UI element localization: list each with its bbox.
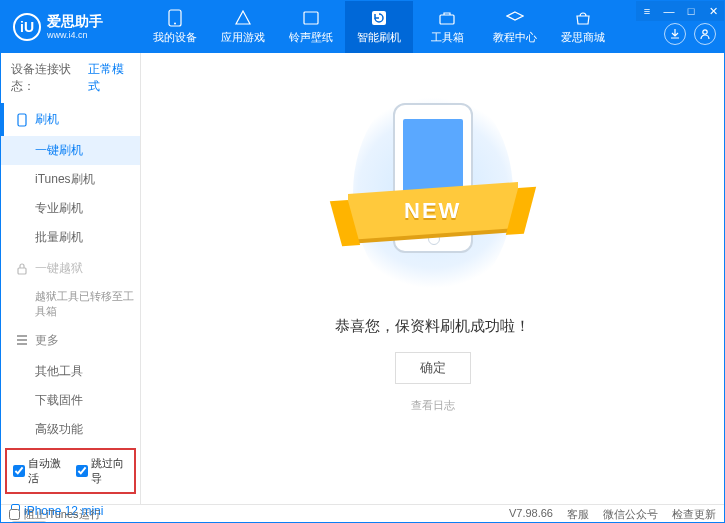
svg-rect-2: [304, 12, 318, 24]
nav-ringtones[interactable]: 铃声壁纸: [277, 1, 345, 53]
svg-point-5: [703, 30, 707, 34]
options-row: 自动激活 跳过向导: [5, 448, 136, 494]
nav-flash[interactable]: 智能刷机: [345, 1, 413, 53]
jailbreak-note: 越狱工具已转移至工具箱: [35, 285, 140, 324]
main-content: NEW 恭喜您，保资料刷机成功啦！ 确定 查看日志: [141, 53, 724, 504]
nav-my-device[interactable]: 我的设备: [141, 1, 209, 53]
main-nav: 我的设备 应用游戏 铃声壁纸 智能刷机 工具箱 教程中心 爱思商城: [141, 1, 617, 53]
nav-toolbox[interactable]: 工具箱: [413, 1, 481, 53]
ok-button[interactable]: 确定: [395, 352, 471, 384]
wechat-link[interactable]: 微信公众号: [603, 507, 658, 522]
apps-icon: [234, 9, 252, 27]
connection-status: 设备连接状态： 正常模式: [1, 53, 140, 103]
update-link[interactable]: 检查更新: [672, 507, 716, 522]
skip-guide-checkbox[interactable]: 跳过向导: [76, 456, 129, 486]
sub-pro-flash[interactable]: 专业刷机: [35, 194, 140, 223]
sub-itunes-flash[interactable]: iTunes刷机: [35, 165, 140, 194]
block-itunes-checkbox[interactable]: 阻止iTunes运行: [9, 507, 101, 522]
sidebar: 设备连接状态： 正常模式 刷机 一键刷机 iTunes刷机 专业刷机 批量刷机 …: [1, 53, 141, 504]
auto-activate-checkbox[interactable]: 自动激活: [13, 456, 66, 486]
phone-icon: [166, 9, 184, 27]
store-icon: [574, 9, 592, 27]
close-button[interactable]: ✕: [702, 1, 724, 21]
menu-icon[interactable]: ≡: [636, 1, 658, 21]
nav-store[interactable]: 爱思商城: [549, 1, 617, 53]
phone-small-icon: [15, 113, 29, 127]
nav-apps[interactable]: 应用游戏: [209, 1, 277, 53]
menu-jailbreak[interactable]: 一键越狱: [1, 252, 140, 285]
svg-rect-4: [440, 15, 454, 24]
app-url: www.i4.cn: [47, 30, 103, 40]
logo-icon: iU: [13, 13, 41, 41]
success-illustration: NEW: [363, 93, 503, 293]
window-controls: ≡ — □ ✕: [636, 1, 724, 21]
toolbox-icon: [438, 9, 456, 27]
service-link[interactable]: 客服: [567, 507, 589, 522]
success-message: 恭喜您，保资料刷机成功啦！: [335, 317, 530, 336]
refresh-icon: [370, 9, 388, 27]
sub-advanced[interactable]: 高级功能: [35, 415, 140, 444]
download-button[interactable]: [664, 23, 686, 45]
view-log-link[interactable]: 查看日志: [411, 398, 455, 413]
sub-download-firmware[interactable]: 下载固件: [35, 386, 140, 415]
app-name: 爱思助手: [47, 14, 103, 29]
user-button[interactable]: [694, 23, 716, 45]
svg-point-1: [174, 23, 176, 25]
list-icon: [15, 333, 29, 347]
graduation-icon: [506, 9, 524, 27]
wallpaper-icon: [302, 9, 320, 27]
menu-flash[interactable]: 刷机: [1, 103, 140, 136]
svg-rect-6: [18, 114, 26, 126]
nav-tutorials[interactable]: 教程中心: [481, 1, 549, 53]
version-label: V7.98.66: [509, 507, 553, 522]
maximize-button[interactable]: □: [680, 1, 702, 21]
sub-one-click-flash[interactable]: 一键刷机: [1, 136, 140, 165]
titlebar: iU 爱思助手 www.i4.cn 我的设备 应用游戏 铃声壁纸 智能刷机 工具…: [1, 1, 724, 53]
svg-rect-7: [18, 268, 26, 274]
logo-area: iU 爱思助手 www.i4.cn: [1, 13, 141, 41]
menu-more[interactable]: 更多: [1, 324, 140, 357]
sub-batch-flash[interactable]: 批量刷机: [35, 223, 140, 252]
lock-icon: [15, 262, 29, 276]
sub-other-tools[interactable]: 其他工具: [35, 357, 140, 386]
minimize-button[interactable]: —: [658, 1, 680, 21]
